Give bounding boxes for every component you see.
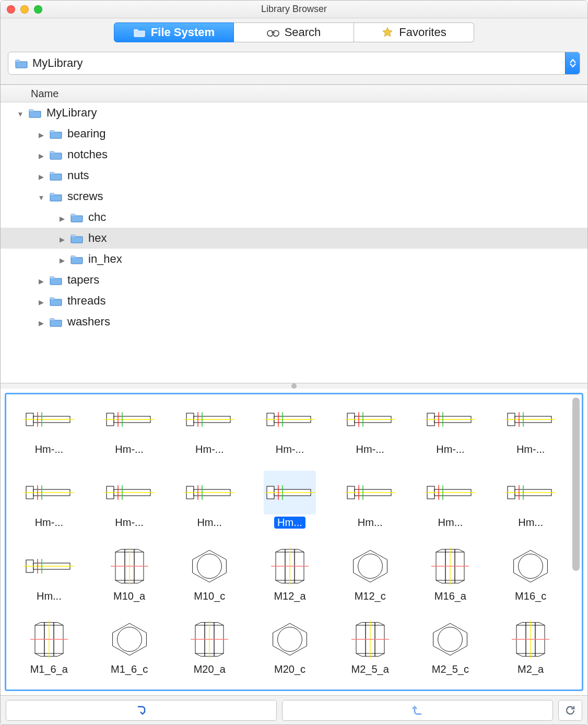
folder-icon bbox=[50, 128, 63, 139]
thumbnail-item[interactable]: M12_a bbox=[250, 544, 330, 611]
tree-row-hex[interactable]: hex bbox=[1, 228, 587, 249]
disclosure-triangle-icon[interactable] bbox=[37, 127, 45, 141]
thumbnail-label: Hm... bbox=[515, 517, 546, 529]
thumbnail-item[interactable]: Hm-... bbox=[9, 397, 89, 464]
tree-row-label: washers bbox=[67, 315, 110, 329]
folder-tree[interactable]: MyLibrarybearingnotchesnutsscrewschchexi… bbox=[1, 102, 587, 383]
thumbnail-item[interactable]: M16_a bbox=[411, 544, 490, 611]
tree-row-notches[interactable]: notches bbox=[1, 144, 587, 165]
folder-icon bbox=[13, 58, 30, 68]
thumbnail-preview bbox=[103, 471, 156, 514]
tree-row-threads[interactable]: threads bbox=[1, 290, 587, 311]
tree-row-chc[interactable]: chc bbox=[1, 207, 587, 228]
disclosure-triangle-icon[interactable] bbox=[16, 106, 25, 120]
thumbnail-item[interactable]: Hm-... bbox=[331, 397, 410, 464]
thumbnail-item[interactable]: Hm... bbox=[411, 471, 490, 537]
tree-row-label: screws bbox=[67, 190, 103, 203]
thumbnail-item[interactable]: Hm-... bbox=[250, 397, 330, 464]
file-system-icon bbox=[133, 27, 146, 38]
thumbnail-grid[interactable]: Hm-... Hm-... Hm-... Hm-... Hm-... Hm-..… bbox=[9, 397, 579, 689]
tree-row-washers[interactable]: washers bbox=[1, 311, 587, 332]
tree-row-in_hex[interactable]: in_hex bbox=[1, 249, 587, 270]
thumbnail-preview bbox=[23, 397, 75, 441]
tab-bar: File SystemSearchFavorites bbox=[1, 22, 587, 42]
thumbnail-item[interactable]: Hm... bbox=[331, 471, 410, 537]
thumbnail-panel: Hm-... Hm-... Hm-... Hm-... Hm-... Hm-..… bbox=[1, 389, 587, 695]
thumbnail-item[interactable]: M10_a bbox=[90, 544, 169, 611]
thumbnail-preview bbox=[424, 397, 476, 441]
thumbnail-preview bbox=[344, 617, 396, 661]
insert-down-button[interactable] bbox=[6, 700, 277, 721]
thumbnail-preview bbox=[344, 471, 396, 514]
thumbnail-item[interactable]: M1_6_c bbox=[90, 617, 169, 684]
thumbnail-item[interactable]: Hm-... bbox=[411, 397, 490, 464]
tree-row-bearing[interactable]: bearing bbox=[1, 123, 587, 144]
thumbnail-item[interactable]: Hm-... bbox=[90, 471, 169, 537]
thumbnail-item[interactable]: Hm... bbox=[9, 544, 89, 611]
thumbnail-item[interactable]: M2_5_c bbox=[411, 617, 490, 684]
thumbnail-item[interactable]: M20_a bbox=[170, 617, 249, 684]
thumbnail-item[interactable]: Hm-... bbox=[90, 397, 169, 464]
svg-marker-97 bbox=[514, 550, 548, 582]
thumbnail-item[interactable]: Hm-... bbox=[9, 471, 89, 537]
splitter-handle[interactable] bbox=[1, 383, 587, 389]
thumbnail-preview bbox=[183, 471, 236, 514]
thumbnail-item[interactable]: M20_c bbox=[250, 617, 330, 684]
insert-up-button[interactable] bbox=[282, 700, 553, 721]
thumbnail-item[interactable]: M10_c bbox=[170, 544, 249, 611]
disclosure-triangle-icon[interactable] bbox=[58, 231, 66, 245]
dropdown-stepper-icon[interactable] bbox=[565, 52, 580, 74]
refresh-button[interactable] bbox=[558, 700, 582, 721]
tree-row-label: notches bbox=[67, 148, 108, 161]
disclosure-triangle-icon[interactable] bbox=[37, 148, 45, 161]
thumbnail-item[interactable]: Hm... bbox=[491, 471, 570, 537]
disclosure-triangle-icon[interactable] bbox=[58, 211, 66, 224]
thumbnail-label: Hm-... bbox=[32, 517, 66, 529]
folder-tree-panel: Name MyLibrarybearingnotchesnutsscrewsch… bbox=[1, 85, 587, 383]
thumbnail-preview bbox=[264, 617, 316, 661]
thumbnail-item[interactable]: Hm-... bbox=[170, 397, 249, 464]
thumbnail-label: M20_a bbox=[191, 663, 229, 675]
thumbnail-item[interactable]: M2_5_a bbox=[331, 617, 410, 684]
thumbnail-item[interactable]: Hm... bbox=[170, 471, 249, 537]
refresh-icon bbox=[565, 705, 576, 716]
thumbnail-preview bbox=[504, 471, 557, 514]
thumbnail-item[interactable]: M2_a bbox=[491, 617, 570, 684]
thumbnail-item[interactable]: Hm... bbox=[250, 471, 330, 537]
disclosure-triangle-icon[interactable] bbox=[37, 294, 45, 308]
close-icon[interactable] bbox=[7, 5, 15, 14]
folder-icon bbox=[29, 108, 42, 118]
tree-row-mylibrary[interactable]: MyLibrary bbox=[1, 102, 587, 123]
tab-file-system[interactable]: File System bbox=[114, 22, 234, 42]
thumbnail-item[interactable]: Hm-... bbox=[491, 397, 570, 464]
thumbnail-item[interactable]: M12_c bbox=[331, 544, 410, 611]
disclosure-triangle-icon[interactable] bbox=[37, 190, 45, 203]
scrollbar[interactable] bbox=[572, 397, 580, 686]
tab-search[interactable]: Search bbox=[234, 22, 354, 42]
thumbnail-item[interactable]: M16_c bbox=[491, 544, 570, 611]
tab-label: Search bbox=[285, 26, 321, 39]
thumbnail-label: M12_a bbox=[271, 590, 309, 602]
tab-favorites[interactable]: Favorites bbox=[354, 22, 474, 42]
minimize-icon[interactable] bbox=[20, 5, 29, 14]
disclosure-triangle-icon[interactable] bbox=[37, 315, 45, 329]
tree-row-screws[interactable]: screws bbox=[1, 186, 587, 207]
titlebar: Library Browser bbox=[1, 1, 587, 18]
svg-marker-118 bbox=[433, 623, 467, 655]
svg-marker-104 bbox=[112, 623, 146, 655]
maximize-icon[interactable] bbox=[34, 5, 42, 14]
disclosure-triangle-icon[interactable] bbox=[37, 273, 45, 287]
path-selector[interactable]: MyLibrary bbox=[8, 52, 580, 75]
tree-row-tapers[interactable]: tapers bbox=[1, 270, 587, 290]
thumbnail-label: Hm-... bbox=[112, 517, 146, 529]
thumbnail-label: Hm-... bbox=[273, 443, 307, 455]
disclosure-triangle-icon[interactable] bbox=[58, 252, 66, 266]
folder-icon bbox=[50, 170, 63, 181]
tree-row-nuts[interactable]: nuts bbox=[1, 165, 587, 186]
thumbnail-preview bbox=[264, 471, 316, 514]
thumbnail-item[interactable]: M1_6_a bbox=[9, 617, 89, 684]
thumbnail-label: Hm... bbox=[194, 517, 225, 529]
disclosure-triangle-icon[interactable] bbox=[37, 169, 45, 182]
folder-icon bbox=[50, 191, 63, 202]
tree-header-name[interactable]: Name bbox=[1, 85, 587, 102]
